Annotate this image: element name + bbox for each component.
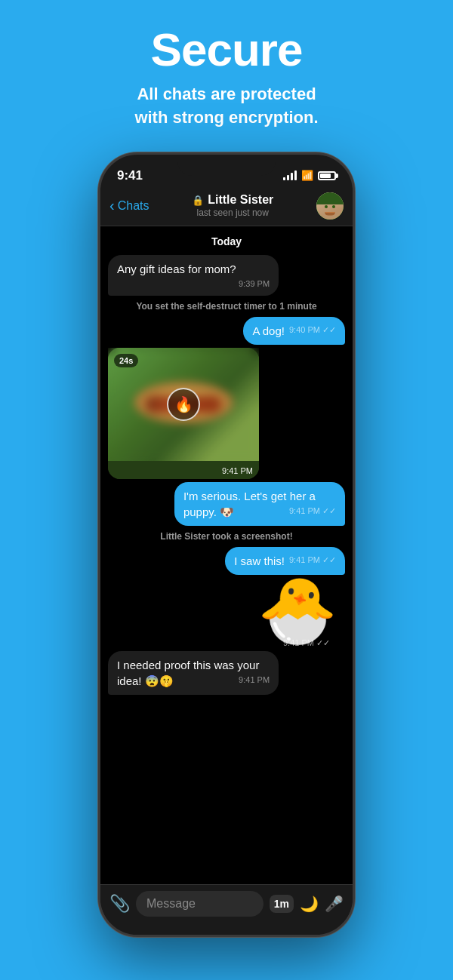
message-time: 9:41 PM [239,674,270,686]
chat-header-center: 🔒 Little Sister last seen just now [192,193,273,218]
message-row: A dog! 9:40 PM ✓✓ [108,317,345,345]
system-text: Little Sister took a screenshot! [160,531,292,542]
media-bubble: 🔥 24s 9:41 PM [108,348,259,479]
mic-button[interactable]: 🎤 [325,895,344,913]
outgoing-bubble: I saw this! 9:41 PM ✓✓ [225,547,345,575]
status-time: 9:41 [117,168,143,183]
message-time: 9:39 PM [239,278,270,290]
check-marks: ✓✓ [322,325,336,334]
system-message: You set the self-destruct timer to 1 min… [108,301,345,312]
system-message: Little Sister took a screenshot! [108,531,345,542]
wifi-icon: 📶 [301,170,313,181]
sticker: 🐣 [257,578,337,642]
status-icons: 📶 [283,170,336,181]
message-placeholder: Message [146,897,196,910]
message-time: 9:41 PM ✓✓ [289,555,336,566]
battery-icon [318,171,336,180]
message-input[interactable]: Message [136,891,263,917]
phone-shell: 9:41 📶 ‹ Chats [98,152,355,937]
play-button[interactable]: 🔥 [167,388,200,421]
message-row: I needed proof this was your idea! 😨🤫 9:… [108,651,345,695]
messages-area: Today Any gift ideas for mom? 9:39 PM Yo… [100,226,353,884]
bottom-bar: 📎 Message 1m 🌙 🎤 [100,884,353,923]
message-row: I saw this! 9:41 PM ✓✓ [108,547,345,575]
outgoing-bubble: A dog! 9:40 PM ✓✓ [243,317,345,345]
page-title: Secure [30,24,423,75]
message-text: A dog! [252,324,285,337]
message-text: I saw this! [234,555,285,567]
sticker-container: 🐣 9:41 PM ✓✓ [108,578,337,648]
media-content: 🔥 24s [108,348,259,461]
sticker-time: 9:41 PM ✓✓ [283,638,337,648]
message-row: 🔥 24s 9:41 PM [108,348,345,479]
message-row: I'm serious. Let's get her a puppy. 🐶 9:… [108,482,345,526]
back-label: Chats [118,199,149,213]
avatar[interactable] [316,192,344,220]
contact-name: Little Sister [208,193,273,207]
message-row: Any gift ideas for mom? 9:39 PM [108,255,345,296]
check-marks: ✓✓ [322,506,336,515]
back-button[interactable]: ‹ Chats [109,197,149,214]
incoming-bubble: I needed proof this was your idea! 😨🤫 9:… [108,651,279,695]
chat-header: ‹ Chats 🔒 Little Sister last seen just n… [100,188,353,226]
lock-icon: 🔒 [192,195,204,206]
media-time-bar: 9:41 PM [108,461,259,479]
message-time: 9:40 PM ✓✓ [289,324,336,336]
flame-icon: 🔥 [174,395,193,413]
system-text: You set the self-destruct timer to 1 min… [136,301,316,312]
media-timer: 24s [114,354,138,367]
timer-badge[interactable]: 1m [270,895,294,913]
message-text: Any gift ideas for mom? [117,263,236,275]
avatar-hair [316,192,344,204]
attach-button[interactable]: 📎 [109,894,130,914]
app-header: Secure All chats are protectedwith stron… [0,0,453,145]
signal-icon [283,171,297,180]
avatar-image [316,192,344,220]
check-marks: ✓✓ [316,638,330,647]
page-subtitle: All chats are protectedwith strong encry… [30,83,423,130]
outgoing-bubble: I'm serious. Let's get her a puppy. 🐶 9:… [174,482,345,526]
contact-name-row: 🔒 Little Sister [192,193,273,207]
incoming-bubble: Any gift ideas for mom? 9:39 PM [108,255,279,296]
moon-button[interactable]: 🌙 [300,895,319,913]
message-time: 9:41 PM ✓✓ [289,505,336,517]
phone-mockup: 9:41 📶 ‹ Chats [98,152,355,937]
chevron-left-icon: ‹ [109,197,115,214]
date-divider: Today [108,235,345,247]
check-marks: ✓✓ [322,555,336,564]
contact-status: last seen just now [197,207,269,218]
phone-notch [177,155,276,176]
media-time: 9:41 PM [222,466,253,475]
